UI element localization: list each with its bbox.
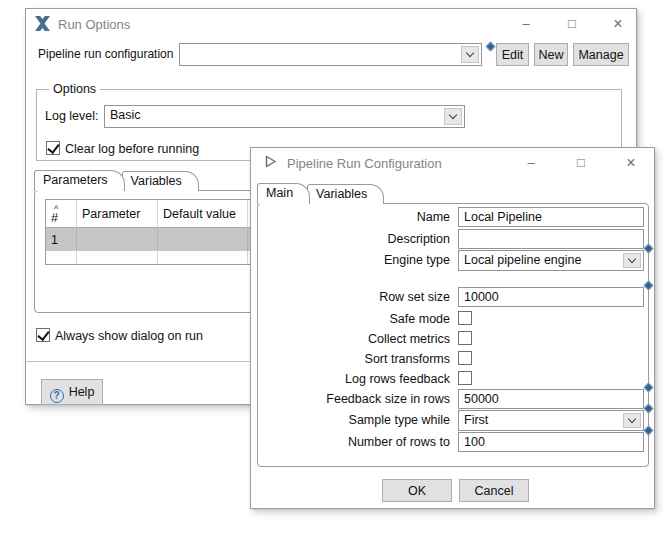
feedback-size-input[interactable] [458, 389, 644, 409]
pipeline-run-configuration-window: Pipeline Run Configuration – □ × Main Va… [250, 147, 655, 509]
column-header-num[interactable]: ^ # [46, 200, 77, 228]
sample-type-label: Sample type while [258, 413, 450, 427]
variable-diamond-icon [644, 426, 654, 436]
sample-type-combo[interactable]: First [458, 410, 644, 431]
window-title: Run Options [58, 17, 130, 32]
sort-transforms-checkbox[interactable] [458, 351, 472, 365]
name-label: Name [258, 210, 450, 224]
variable-diamond-icon [486, 42, 496, 52]
variable-diamond-icon [644, 281, 654, 291]
close-button[interactable]: × [618, 153, 644, 173]
options-group-legend: Options [49, 82, 100, 96]
maximize-button[interactable]: □ [559, 14, 585, 34]
chevron-down-icon[interactable] [444, 108, 462, 125]
cell-default-value[interactable] [158, 228, 248, 251]
variable-diamond-icon [644, 404, 654, 414]
column-header-default-value[interactable]: Default value [158, 200, 248, 228]
run-options-tabbar: Parameters Variables [34, 170, 199, 191]
always-show-dialog-checkbox[interactable] [36, 328, 50, 342]
collect-metrics-checkbox[interactable] [458, 331, 472, 345]
log-rows-feedback-checkbox[interactable] [458, 371, 472, 385]
sample-type-field: First [458, 410, 644, 431]
safe-mode-label: Safe mode [258, 312, 450, 326]
chevron-down-icon[interactable] [461, 46, 479, 63]
feedback-size-label: Feedback size in rows [258, 392, 450, 406]
window-title: Pipeline Run Configuration [287, 156, 442, 171]
minimize-button[interactable]: – [518, 153, 544, 173]
field-row-safe-mode: Safe mode [258, 309, 648, 330]
field-row-engine-type: Engine type Local pipeline engine [258, 250, 648, 271]
close-button[interactable]: × [605, 14, 631, 34]
clear-log-checkbox[interactable] [46, 141, 60, 155]
row-set-size-label: Row set size [258, 290, 450, 304]
combo-value: Local pipeline engine [459, 251, 621, 270]
variable-diamond-icon [644, 383, 654, 393]
minimize-button[interactable]: – [513, 14, 539, 34]
name-field [458, 207, 644, 227]
row-set-size-field [458, 287, 644, 307]
field-row-feedback-size: Feedback size in rows [258, 389, 648, 410]
number-of-rows-input[interactable] [458, 432, 644, 452]
always-show-dialog-label: Always show dialog on run [55, 329, 203, 343]
engine-type-label: Engine type [258, 253, 450, 267]
sort-transforms-label: Sort transforms [258, 352, 450, 366]
description-field [458, 229, 644, 249]
pipeline-run-configuration-label: Pipeline run configuration [38, 47, 173, 61]
variable-diamond-icon [644, 244, 654, 254]
hop-logo-icon [35, 16, 50, 31]
log-level-combo[interactable]: Basic [104, 105, 465, 128]
field-row-name: Name [258, 207, 648, 228]
help-button-label: Help [69, 385, 95, 399]
main-tab-panel: Name Description Engine type Local pipel… [257, 203, 649, 467]
field-row-collect-metrics: Collect metrics [258, 329, 648, 350]
engine-type-field: Local pipeline engine [458, 250, 644, 271]
combo-value: Basic [105, 106, 442, 127]
combo-value: First [459, 411, 621, 430]
tab-parameters[interactable]: Parameters [34, 170, 125, 191]
engine-type-combo[interactable]: Local pipeline engine [458, 250, 644, 271]
edit-button[interactable]: Edit [496, 43, 529, 66]
number-of-rows-field [458, 432, 644, 452]
ok-button[interactable]: OK [382, 479, 452, 502]
collect-metrics-label: Collect metrics [258, 332, 450, 346]
tab-variables[interactable]: Variables [122, 171, 199, 191]
chevron-down-icon[interactable] [623, 413, 641, 428]
clear-log-label: Clear log before running [65, 142, 199, 156]
feedback-size-field [458, 389, 644, 409]
safe-mode-checkbox[interactable] [458, 311, 472, 325]
pipeline-run-configuration-combo[interactable] [179, 43, 482, 66]
log-level-label: Log level: [45, 109, 99, 123]
combo-value [180, 44, 459, 65]
field-row-number-of-rows: Number of rows to [258, 432, 648, 453]
field-row-sort-transforms: Sort transforms [258, 349, 648, 370]
manage-button[interactable]: Manage [573, 43, 629, 66]
field-row-row-set-size: Row set size [258, 287, 648, 308]
prc-tabbar: Main Variables [257, 182, 384, 204]
cell-parameter[interactable] [77, 228, 158, 251]
row-set-size-input[interactable] [458, 287, 644, 307]
name-input[interactable] [458, 207, 644, 227]
chevron-down-icon[interactable] [623, 253, 641, 268]
description-label: Description [258, 232, 450, 246]
tab-variables[interactable]: Variables [307, 184, 384, 204]
help-button[interactable]: ?Help [41, 379, 103, 405]
column-header-parameter[interactable]: Parameter [77, 200, 158, 228]
cancel-button[interactable]: Cancel [459, 479, 529, 502]
play-triangle-icon [263, 154, 278, 169]
new-button[interactable]: New [534, 43, 568, 66]
number-of-rows-label: Number of rows to [258, 435, 450, 449]
log-rows-feedback-label: Log rows feedback [258, 372, 450, 386]
cell-num[interactable]: 1 [46, 228, 77, 251]
field-row-sample-type: Sample type while First [258, 410, 648, 431]
column-header-num-label: # [51, 214, 58, 223]
field-row-description: Description [258, 229, 648, 250]
tab-main[interactable]: Main [257, 183, 310, 204]
description-input[interactable] [458, 229, 644, 249]
maximize-button[interactable]: □ [568, 153, 594, 173]
help-icon: ? [50, 389, 64, 403]
field-row-log-rows-feedback: Log rows feedback [258, 369, 648, 390]
